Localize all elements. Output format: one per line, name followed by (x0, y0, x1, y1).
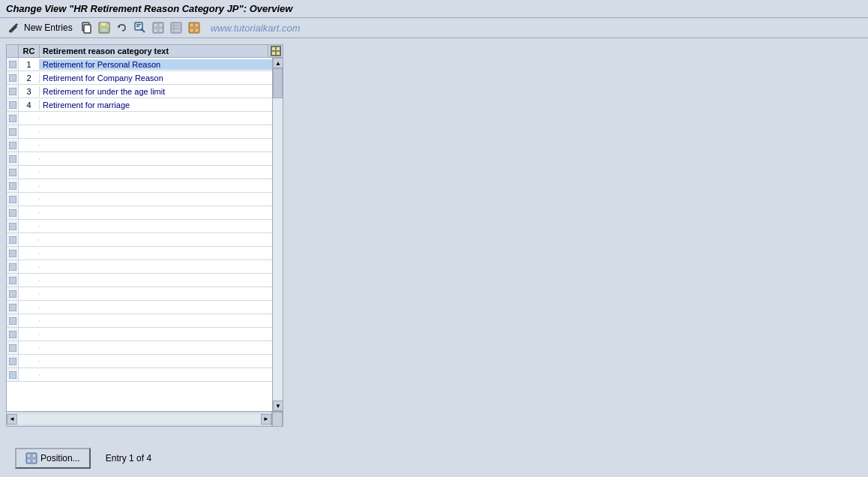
row-rc-e (19, 307, 40, 308)
row-selector-e (7, 233, 19, 246)
row-selector-e (7, 368, 19, 381)
table-row-empty (7, 193, 272, 206)
row-rc-e (19, 239, 40, 241)
svg-rect-22 (190, 28, 193, 32)
row-text-e (40, 172, 272, 173)
svg-rect-33 (9, 182, 16, 190)
row-text-e (40, 145, 272, 146)
svg-rect-1 (84, 25, 91, 33)
row-text-e (40, 320, 272, 322)
position-button[interactable]: Position... (15, 448, 91, 469)
table-row[interactable]: 2 Retirement for Company Reason (7, 71, 272, 85)
svg-rect-30 (9, 142, 16, 149)
row-text-e (40, 347, 272, 349)
row-rc-e (19, 293, 40, 295)
svg-rect-21 (195, 23, 199, 27)
svg-rect-37 (9, 236, 16, 244)
row-rc-e (19, 185, 40, 187)
row-rc-e (19, 347, 40, 349)
svg-rect-31 (9, 155, 16, 163)
row-text-e (40, 293, 272, 295)
vertical-scrollbar[interactable]: ▲ ▼ (272, 58, 283, 411)
scroll-track[interactable] (273, 68, 283, 400)
svg-rect-32 (9, 169, 16, 176)
row-rc-e (19, 158, 40, 160)
row-selector-e (7, 274, 19, 286)
scroll-right-btn[interactable]: ► (261, 414, 271, 424)
svg-rect-49 (27, 454, 31, 458)
scroll-corner (272, 412, 283, 427)
toolbar: New Entries (0, 18, 868, 38)
row-text-e (40, 280, 272, 281)
table-container: RC Retirement reason category text (6, 44, 283, 427)
col-icon-header[interactable] (268, 45, 283, 57)
row-selector-4[interactable] (7, 98, 19, 111)
row-selector-e (7, 247, 19, 260)
svg-rect-44 (9, 331, 16, 338)
table-row-empty (7, 247, 272, 260)
row-selector-e (7, 193, 19, 206)
find-btn[interactable] (133, 21, 148, 34)
row-selector-e (7, 125, 19, 138)
row-rc-e (19, 172, 40, 173)
main-content: RC Retirement reason category text (0, 38, 868, 433)
svg-rect-9 (136, 26, 139, 28)
svg-rect-41 (9, 290, 16, 298)
row-selector-e (7, 152, 19, 165)
svg-rect-39 (9, 263, 16, 271)
row-rc-e (19, 145, 40, 146)
svg-rect-45 (9, 344, 16, 352)
row-rc-e (19, 374, 40, 376)
svg-rect-36 (9, 223, 16, 230)
copy-btn[interactable] (79, 21, 94, 34)
horizontal-scrollbar[interactable]: ◄ ► (7, 412, 272, 426)
row-rc-e (19, 118, 40, 119)
table-row[interactable]: 1 Retirement for Personal Reason (7, 58, 272, 71)
save-btn[interactable] (97, 21, 112, 34)
svg-rect-47 (9, 371, 16, 379)
grid-layout-icon[interactable] (271, 46, 281, 56)
table-body: 1 Retirement for Personal Reason 2 Retir… (7, 58, 283, 411)
row-selector-2[interactable] (7, 71, 19, 84)
row-rc-e (19, 280, 40, 281)
svg-rect-46 (9, 358, 16, 365)
table-rows: 1 Retirement for Personal Reason 2 Retir… (7, 58, 272, 411)
svg-rect-4 (100, 28, 108, 32)
row-selector-1[interactable] (7, 58, 19, 70)
svg-rect-8 (136, 24, 141, 26)
edit-icon-btn[interactable] (6, 21, 21, 34)
row-rc-e (19, 253, 40, 254)
svg-rect-15 (171, 22, 181, 33)
row-rc-3: 3 (19, 86, 40, 97)
table-row[interactable]: 3 Retirement for under the age limit (7, 85, 272, 98)
row-selector-e (7, 341, 19, 354)
table-row-empty (7, 287, 272, 301)
nav2-btn[interactable] (169, 21, 184, 34)
nav3-btn[interactable] (187, 21, 202, 34)
scroll-down-btn[interactable]: ▼ (273, 400, 283, 411)
scroll-up-btn[interactable]: ▲ (273, 58, 283, 68)
scroll-h-track[interactable] (17, 414, 261, 424)
row-selector-3[interactable] (7, 85, 19, 98)
undo-btn[interactable] (115, 21, 130, 34)
scroll-thumb[interactable] (273, 68, 283, 98)
table-row-empty (7, 260, 272, 274)
table-row-empty (7, 368, 272, 382)
table-header: RC Retirement reason category text (7, 45, 283, 58)
scroll-left-btn[interactable]: ◄ (7, 414, 17, 424)
svg-rect-42 (9, 304, 16, 311)
table-row-empty (7, 139, 272, 152)
nav1-btn[interactable] (151, 21, 166, 34)
table-row-empty (7, 301, 272, 314)
table-row-empty (7, 355, 272, 368)
row-text-e (40, 131, 272, 133)
svg-rect-25 (9, 74, 16, 82)
bottom-scrollbar-area: ◄ ► (7, 411, 283, 426)
svg-rect-11 (154, 23, 157, 27)
row-text-3: Retirement for under the age limit (40, 86, 272, 97)
svg-rect-29 (9, 128, 16, 136)
row-rc-e (19, 320, 40, 322)
row-selector-e (7, 179, 19, 192)
table-row[interactable]: 4 Retirement for marriage (7, 98, 272, 112)
svg-rect-28 (9, 115, 16, 122)
